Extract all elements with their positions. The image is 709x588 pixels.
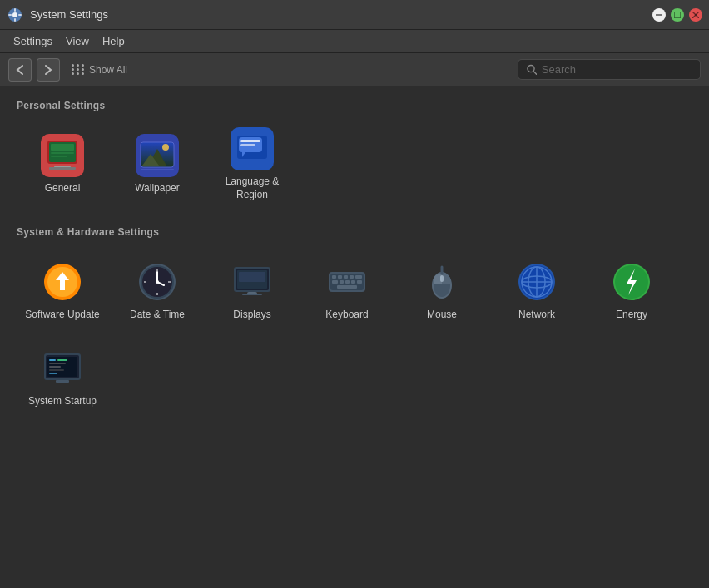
mouse-label: Mouse xyxy=(427,309,457,322)
svg-rect-16 xyxy=(51,152,74,154)
svg-rect-60 xyxy=(332,280,338,284)
personal-settings-grid: General xyxy=(17,123,692,206)
svg-rect-65 xyxy=(337,285,357,289)
wallpaper-item[interactable]: Wallpaper xyxy=(112,123,203,206)
svg-rect-52 xyxy=(242,294,262,295)
general-item[interactable]: General xyxy=(17,123,108,206)
network-icon xyxy=(515,260,558,304)
toolbar: Show All xyxy=(0,53,709,86)
menubar: Settings View Help xyxy=(0,30,709,53)
language-icon xyxy=(231,127,274,170)
maximize-button[interactable] xyxy=(671,8,684,22)
back-button[interactable] xyxy=(8,58,32,82)
svg-rect-17 xyxy=(51,156,67,157)
titlebar: System Settings xyxy=(0,0,709,30)
keyboard-label: Keyboard xyxy=(325,309,368,322)
svg-rect-4 xyxy=(8,14,12,16)
displays-icon xyxy=(231,260,274,304)
svg-rect-57 xyxy=(344,275,348,279)
svg-rect-83 xyxy=(49,359,56,361)
show-all-button[interactable]: Show All xyxy=(65,61,134,79)
energy-item[interactable]: Energy xyxy=(586,250,677,333)
system-startup-icon xyxy=(41,347,84,390)
content-area: Personal Settings General xyxy=(0,86,709,588)
window-title: System Settings xyxy=(30,8,652,21)
search-icon xyxy=(527,64,537,75)
svg-rect-19 xyxy=(49,167,76,170)
close-button[interactable] xyxy=(689,8,702,22)
date-time-item[interactable]: Date & Time xyxy=(112,250,203,333)
network-label: Network xyxy=(518,309,555,322)
date-time-icon xyxy=(136,260,179,304)
svg-point-26 xyxy=(162,144,169,151)
show-all-label: Show All xyxy=(89,64,127,76)
system-startup-label: System Startup xyxy=(28,395,97,408)
svg-rect-88 xyxy=(49,373,57,374)
keyboard-icon xyxy=(325,260,369,304)
energy-label: Energy xyxy=(616,309,647,322)
system-startup-item[interactable]: System Startup xyxy=(17,336,108,419)
svg-rect-63 xyxy=(351,280,355,284)
settings-menu[interactable]: Settings xyxy=(7,32,59,51)
system-settings-grid: Software Update xyxy=(17,250,692,419)
svg-rect-89 xyxy=(56,380,69,383)
displays-label: Displays xyxy=(233,309,270,322)
svg-rect-56 xyxy=(338,275,342,279)
svg-rect-85 xyxy=(49,363,66,364)
forward-button[interactable] xyxy=(37,58,60,82)
svg-rect-62 xyxy=(345,280,350,284)
displays-item[interactable]: Displays xyxy=(206,250,298,333)
svg-rect-3 xyxy=(14,18,16,22)
svg-line-11 xyxy=(533,72,537,75)
svg-rect-68 xyxy=(440,275,444,282)
personal-settings-title: Personal Settings xyxy=(17,100,692,111)
app-icon xyxy=(7,7,23,23)
network-item[interactable]: Network xyxy=(491,250,583,333)
mouse-icon xyxy=(420,260,464,304)
mouse-item[interactable]: Mouse xyxy=(396,250,488,333)
svg-rect-61 xyxy=(340,280,344,284)
energy-icon xyxy=(610,260,653,304)
svg-rect-59 xyxy=(355,275,362,279)
svg-rect-86 xyxy=(49,366,61,368)
search-bar[interactable] xyxy=(518,59,701,80)
wallpaper-label: Wallpaper xyxy=(135,182,180,195)
svg-rect-87 xyxy=(49,369,64,371)
search-input[interactable] xyxy=(542,63,692,76)
language-item[interactable]: Language & Region xyxy=(206,123,298,206)
help-menu[interactable]: Help xyxy=(96,32,131,51)
general-icon xyxy=(41,134,84,177)
svg-rect-6 xyxy=(656,14,662,16)
svg-rect-7 xyxy=(674,12,681,18)
software-update-icon xyxy=(41,260,84,304)
svg-rect-55 xyxy=(332,275,336,279)
svg-rect-64 xyxy=(357,280,362,284)
svg-rect-2 xyxy=(14,8,16,12)
svg-rect-15 xyxy=(51,144,74,151)
software-update-item[interactable]: Software Update xyxy=(17,250,108,333)
svg-rect-5 xyxy=(18,14,22,16)
wallpaper-icon xyxy=(136,134,179,177)
svg-rect-84 xyxy=(57,359,67,361)
keyboard-item[interactable]: Keyboard xyxy=(301,250,393,333)
software-update-label: Software Update xyxy=(25,309,99,322)
window-controls xyxy=(652,8,702,22)
date-time-label: Date & Time xyxy=(130,309,185,322)
system-settings-title: System & Hardware Settings xyxy=(17,226,692,238)
language-label: Language & Region xyxy=(211,175,293,201)
svg-point-1 xyxy=(12,12,17,17)
svg-rect-50 xyxy=(239,272,265,282)
minimize-button[interactable] xyxy=(652,8,666,22)
view-menu[interactable]: View xyxy=(59,32,96,51)
general-label: General xyxy=(45,182,81,195)
svg-point-42 xyxy=(156,280,159,284)
svg-rect-31 xyxy=(240,140,260,142)
grid-icon xyxy=(72,64,85,75)
svg-rect-32 xyxy=(240,144,255,146)
svg-rect-27 xyxy=(141,169,174,170)
svg-rect-58 xyxy=(350,275,354,279)
